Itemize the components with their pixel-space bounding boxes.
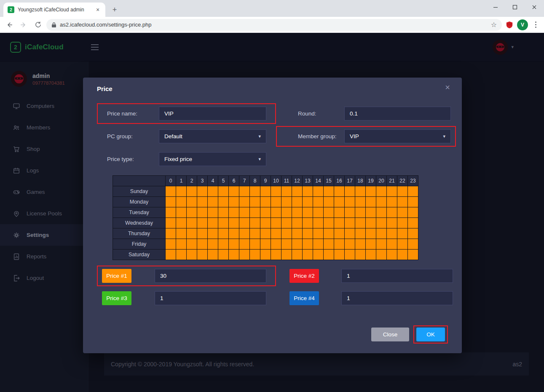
- tab-close-icon[interactable]: ×: [94, 6, 101, 13]
- schedule-cell[interactable]: [303, 228, 313, 239]
- schedule-cell[interactable]: [281, 186, 292, 197]
- schedule-cell[interactable]: [166, 239, 176, 250]
- schedule-cell[interactable]: [239, 228, 250, 239]
- close-window-button[interactable]: [525, 0, 544, 14]
- schedule-cell[interactable]: [166, 197, 176, 207]
- schedule-cell[interactable]: [355, 218, 366, 228]
- bookmark-star-icon[interactable]: ☆: [491, 21, 497, 29]
- schedule-cell[interactable]: [303, 197, 313, 207]
- price2-button[interactable]: Price #2: [289, 269, 319, 283]
- schedule-cell[interactable]: [208, 186, 218, 197]
- schedule-cell[interactable]: [229, 207, 239, 218]
- schedule-cell[interactable]: [218, 197, 229, 207]
- schedule-cell[interactable]: [345, 207, 355, 218]
- schedule-cell[interactable]: [218, 207, 229, 218]
- schedule-cell[interactable]: [208, 228, 218, 239]
- schedule-cell[interactable]: [376, 207, 387, 218]
- round-input[interactable]: [344, 107, 451, 121]
- schedule-cell[interactable]: [208, 197, 218, 207]
- schedule-cell[interactable]: [408, 250, 418, 260]
- schedule-cell[interactable]: [271, 207, 281, 218]
- price3-input[interactable]: [155, 291, 266, 305]
- schedule-cell[interactable]: [376, 250, 387, 260]
- schedule-cell[interactable]: [355, 239, 366, 250]
- schedule-cell[interactable]: [260, 207, 271, 218]
- schedule-cell[interactable]: [355, 228, 366, 239]
- schedule-cell[interactable]: [334, 250, 345, 260]
- schedule-cell[interactable]: [408, 186, 418, 197]
- schedule-cell[interactable]: [366, 239, 376, 250]
- schedule-cell[interactable]: [250, 239, 260, 250]
- schedule-cell[interactable]: [208, 218, 218, 228]
- schedule-cell[interactable]: [197, 250, 208, 260]
- schedule-cell[interactable]: [260, 239, 271, 250]
- schedule-cell[interactable]: [397, 197, 408, 207]
- schedule-cell[interactable]: [197, 186, 208, 197]
- schedule-cell[interactable]: [313, 218, 324, 228]
- schedule-cell[interactable]: [376, 197, 387, 207]
- schedule-cell[interactable]: [176, 218, 187, 228]
- schedule-cell[interactable]: [166, 186, 176, 197]
- price4-input[interactable]: [341, 291, 453, 305]
- pc-group-select[interactable]: Default ▾: [159, 129, 266, 143]
- schedule-cell[interactable]: [197, 228, 208, 239]
- schedule-cell[interactable]: [376, 218, 387, 228]
- schedule-cell[interactable]: [366, 207, 376, 218]
- price1-button[interactable]: Price #1: [102, 269, 131, 283]
- schedule-cell[interactable]: [324, 228, 334, 239]
- schedule-cell[interactable]: [187, 239, 197, 250]
- schedule-cell[interactable]: [324, 250, 334, 260]
- schedule-cell[interactable]: [292, 197, 303, 207]
- schedule-cell[interactable]: [345, 239, 355, 250]
- schedule-cell[interactable]: [208, 207, 218, 218]
- schedule-cell[interactable]: [292, 228, 303, 239]
- schedule-cell[interactable]: [187, 250, 197, 260]
- schedule-cell[interactable]: [281, 197, 292, 207]
- schedule-cell[interactable]: [313, 239, 324, 250]
- schedule-cell[interactable]: [334, 228, 345, 239]
- schedule-cell[interactable]: [334, 186, 345, 197]
- schedule-cell[interactable]: [166, 228, 176, 239]
- forward-button[interactable]: [18, 19, 29, 31]
- schedule-cell[interactable]: [345, 197, 355, 207]
- schedule-cell[interactable]: [397, 218, 408, 228]
- schedule-cell[interactable]: [260, 228, 271, 239]
- schedule-cell[interactable]: [271, 239, 281, 250]
- schedule-cell[interactable]: [197, 239, 208, 250]
- schedule-cell[interactable]: [313, 207, 324, 218]
- schedule-cell[interactable]: [387, 197, 397, 207]
- schedule-cell[interactable]: [313, 250, 324, 260]
- price4-button[interactable]: Price #4: [289, 291, 319, 305]
- price2-input[interactable]: [341, 269, 453, 283]
- schedule-cell[interactable]: [239, 239, 250, 250]
- schedule-cell[interactable]: [239, 250, 250, 260]
- schedule-cell[interactable]: [260, 186, 271, 197]
- schedule-cell[interactable]: [166, 207, 176, 218]
- schedule-cell[interactable]: [387, 250, 397, 260]
- schedule-cell[interactable]: [366, 197, 376, 207]
- schedule-cell[interactable]: [250, 186, 260, 197]
- schedule-cell[interactable]: [387, 186, 397, 197]
- schedule-cell[interactable]: [355, 250, 366, 260]
- schedule-cell[interactable]: [239, 186, 250, 197]
- schedule-cell[interactable]: [408, 197, 418, 207]
- schedule-cell[interactable]: [176, 207, 187, 218]
- schedule-cell[interactable]: [376, 239, 387, 250]
- schedule-cell[interactable]: [387, 239, 397, 250]
- schedule-cell[interactable]: [292, 207, 303, 218]
- browser-profile-avatar[interactable]: V: [517, 19, 528, 30]
- schedule-cell[interactable]: [229, 250, 239, 260]
- browser-tab[interactable]: 2 Youngzsoft iCafeCloud admin ×: [3, 3, 105, 17]
- schedule-cell[interactable]: [345, 186, 355, 197]
- schedule-cell[interactable]: [313, 228, 324, 239]
- schedule-cell[interactable]: [250, 250, 260, 260]
- schedule-cell[interactable]: [218, 186, 229, 197]
- schedule-cell[interactable]: [281, 250, 292, 260]
- ublock-extension-icon[interactable]: [504, 20, 515, 30]
- schedule-cell[interactable]: [355, 207, 366, 218]
- schedule-cell[interactable]: [250, 228, 260, 239]
- schedule-cell[interactable]: [271, 228, 281, 239]
- schedule-cell[interactable]: [218, 218, 229, 228]
- schedule-cell[interactable]: [387, 228, 397, 239]
- schedule-cell[interactable]: [218, 250, 229, 260]
